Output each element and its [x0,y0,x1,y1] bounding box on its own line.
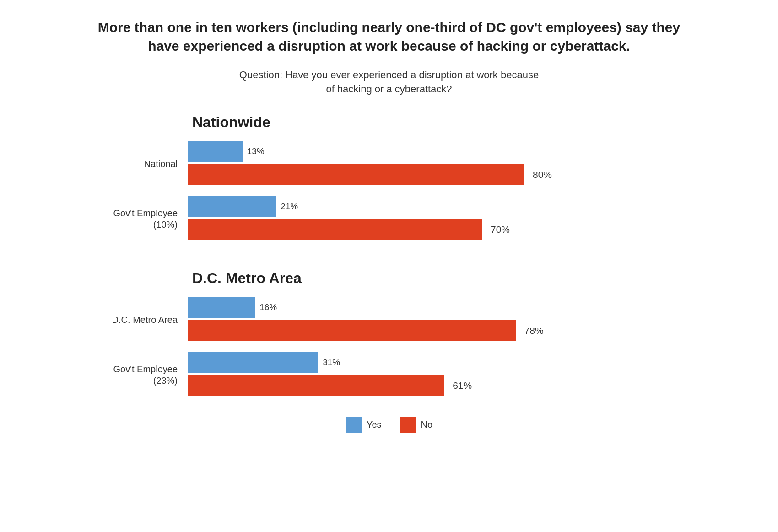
blue-bar-label-0-0: 13% [247,146,265,156]
chart-group-1-0: D.C. Metro Area16%78% [92,297,686,344]
legend-yes-box [346,417,362,433]
red-bar-1-0 [188,320,516,341]
section-nationwide: NationwideNational13%80%Gov't Employee(1… [92,114,686,242]
row-label-1-0: D.C. Metro Area [92,314,188,326]
section-title-nationwide: Nationwide [192,114,686,131]
bars-area-1-1: 31%61% [188,352,686,398]
red-bar-0-1 [188,219,482,240]
red-bar-label-1-0: 78% [524,325,554,336]
bars-area-0-1: 21%70% [188,196,686,242]
bar-row-yes-0-1: Gov't Employee(10%)21%70% [92,196,686,242]
red-bar-label-1-1: 61% [453,380,482,391]
blue-bar-label-1-1: 31% [323,357,340,367]
blue-bar-label-0-1: 21% [281,201,298,211]
blue-bar-label-1-0: 16% [259,302,277,312]
chart-group-1-1: Gov't Employee(23%)31%61% [92,352,686,398]
legend: Yes No [92,417,686,433]
red-bar-0-0 [188,164,524,185]
row-label-1-1: Gov't Employee(23%) [92,364,188,387]
blue-bar-wrap-0-1: 21% [188,196,686,217]
red-bar-label-0-1: 70% [491,224,520,235]
blue-bar-0-0 [188,141,243,162]
legend-no-box [400,417,416,433]
blue-bar-wrap-0-0: 13% [188,141,686,162]
chart-container: More than one in ten workers (including … [92,18,686,433]
red-bar-wrap-1-1: 61% [188,375,686,396]
blue-bar-1-0 [188,297,255,318]
question-text: Question: Have you ever experienced a di… [92,68,686,97]
red-bar-1-1 [188,375,444,396]
bar-row-yes-1-0: D.C. Metro Area16%78% [92,297,686,344]
blue-bar-wrap-1-0: 16% [188,297,686,318]
blue-bar-wrap-1-1: 31% [188,352,686,373]
blue-bar-0-1 [188,196,276,217]
row-label-0-0: National [92,158,188,170]
blue-bar-1-1 [188,352,318,373]
section-title-dc-metro: D.C. Metro Area [192,270,686,287]
red-bar-wrap-0-0: 80% [188,164,686,185]
bar-row-yes-1-1: Gov't Employee(23%)31%61% [92,352,686,398]
row-label-0-1: Gov't Employee(10%) [92,208,188,231]
chart-group-0-1: Gov't Employee(10%)21%70% [92,196,686,242]
bars-area-1-0: 16%78% [188,297,686,344]
legend-yes-label: Yes [367,419,382,430]
bar-row-yes-0-0: National13%80% [92,141,686,188]
red-bar-wrap-1-0: 78% [188,320,686,341]
red-bar-label-0-0: 80% [533,169,562,180]
chart-group-0-0: National13%80% [92,141,686,188]
legend-no: No [400,417,433,433]
legend-yes: Yes [346,417,382,433]
main-title: More than one in ten workers (including … [92,18,686,55]
section-dc-metro: D.C. Metro AreaD.C. Metro Area16%78%Gov'… [92,270,686,398]
red-bar-wrap-0-1: 70% [188,219,686,240]
legend-no-label: No [421,419,433,430]
bars-area-0-0: 13%80% [188,141,686,188]
